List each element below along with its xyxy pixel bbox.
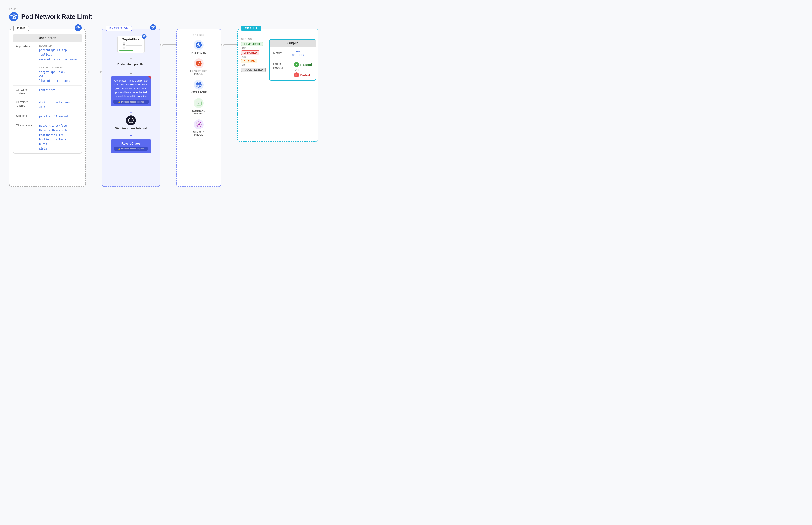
docker-containerd-value: docker , containerd	[39, 101, 70, 104]
srm-probe-icon	[194, 119, 204, 130]
destination-ports-value: Destination Ports	[39, 138, 67, 141]
command-probe-icon: >_	[194, 98, 204, 108]
probes-label: PROBES	[182, 34, 215, 36]
tune-badge: TUNE	[13, 26, 29, 31]
app-details-label: App Details	[16, 44, 36, 48]
svg-point-15	[198, 44, 199, 45]
probe-results-label: Probe Results	[273, 62, 291, 70]
http-probe-label: HTTP PROBE	[191, 91, 207, 94]
chaos-inputs-label: Chaos Inputs	[16, 123, 36, 127]
network-bandwidth-value: Network Bandwidth	[39, 129, 67, 132]
incompleted-badge: INCOMPLETED	[241, 68, 266, 72]
exec-k8s-connector	[150, 24, 156, 31]
crio-value: crio	[39, 105, 46, 109]
or-between-values: OR	[39, 75, 79, 78]
privilege-badge-1: 🔒 Privilege access required	[114, 100, 149, 104]
target-app-label-value: target app label	[39, 71, 65, 74]
check-icon: ✓	[294, 62, 299, 67]
containerd-value: Containerd	[39, 89, 55, 92]
result-badge: RESULT	[241, 26, 261, 31]
user-inputs-header: User Inputs	[13, 34, 81, 42]
svg-point-1	[13, 16, 15, 18]
container-runtime-1-label: Container runtime	[16, 88, 36, 95]
k8s-probe-item: K8S PROBE	[182, 40, 215, 54]
revert-chaos-label: Revert Chaos	[114, 142, 148, 145]
prometheus-probe-item: ⬡ PROMETHEUSPROBE	[182, 59, 215, 75]
metrics-row: Metrics chaos metrics	[270, 47, 316, 59]
svg-point-12	[144, 36, 145, 37]
srm-probe-item: SRM SLOPROBE	[182, 119, 215, 136]
sequence-label: Sequence	[16, 114, 36, 118]
metrics-label: Metrics	[273, 51, 289, 55]
result-section: RESULT STATUS COMPLETED OR ERRORED OR QU…	[237, 29, 318, 141]
prometheus-probe-label: PROMETHEUSPROBE	[190, 70, 207, 75]
svg-point-10	[153, 27, 153, 28]
completed-badge: COMPLETED	[241, 42, 266, 46]
output-box: Output Metrics chaos metrics Probe Resul…	[269, 39, 316, 80]
user-inputs-box: User Inputs App Details REQUIRED percent…	[13, 34, 82, 153]
app-replicas-value: percentage of app replicas	[39, 48, 67, 56]
or-2: OR	[241, 55, 266, 58]
any-one-tag: ANY ONE OF THESE	[39, 66, 79, 69]
exec-to-probes-arrow	[160, 29, 176, 45]
probes-to-result-arrow	[221, 29, 237, 45]
x-icon: ✕	[294, 73, 299, 77]
targeted-pods-box: Targeted Pods	[117, 36, 145, 53]
command-probe-item: >_ COMMANDPROBE	[182, 98, 215, 115]
failed-badge: ✕ Failed	[294, 73, 312, 77]
sequence-value: parallel OR serial	[39, 115, 69, 118]
exec-blue-box: Generates Traffic Control (tc) rules wit…	[111, 76, 151, 106]
metrics-value: chaos metrics	[292, 50, 312, 57]
k8s-probe-icon	[194, 40, 204, 50]
svg-text:⬡: ⬡	[197, 61, 200, 65]
probes-section: PROBES K8S PROBE ⬡ PROMETHEUSPROBE	[176, 29, 221, 187]
tune-section: TUNE User Inputs App Details REQUIRED pe…	[9, 29, 86, 187]
network-interface-value: Network Interface	[39, 124, 67, 127]
exec-blue-box-text: Generates Traffic Control (tc) rules wit…	[114, 79, 149, 98]
tune-to-exec-arrow	[86, 29, 102, 72]
pods-k8s-icon	[141, 34, 147, 39]
probe-results-row: Probe Results ✓ Passed OR ✕ Failed	[270, 59, 316, 80]
queued-badge: QUEUED	[241, 59, 266, 63]
destination-ips-value: Destination IPs	[39, 133, 63, 137]
or-1: OR	[241, 47, 266, 49]
output-header: Output	[270, 40, 316, 47]
wait-label: Wait for chaos interval	[115, 127, 147, 130]
http-probe-icon	[194, 80, 204, 90]
container-runtime-2-label: Container runtime	[16, 100, 36, 108]
kubernetes-icon	[9, 12, 18, 21]
execution-badge: EXECUTION	[106, 26, 132, 31]
container-runtime-2-row: Container runtime docker , containerd cr…	[13, 98, 81, 112]
targeted-pods-title: Targeted Pods	[119, 38, 142, 41]
target-container-value: name of target container	[39, 58, 78, 61]
or-3: OR	[241, 64, 266, 66]
fault-label: Fault	[9, 7, 803, 11]
execution-section: EXECUTION Targeted Pods	[102, 29, 160, 187]
svg-point-8	[77, 27, 79, 28]
page-title: Pod Network Rate Limit	[21, 13, 92, 20]
required-tag: REQUIRED	[39, 44, 79, 47]
svg-text:>_: >_	[197, 102, 200, 105]
clock-icon	[126, 115, 136, 125]
limit-value: Limit	[39, 147, 47, 150]
errored-badge: ERRORED	[241, 50, 266, 55]
srm-probe-label: SRM SLOPROBE	[193, 131, 204, 136]
revert-chaos-box: Revert Chaos 🔒 Privilege access required	[111, 139, 151, 153]
http-probe-item: HTTP PROBE	[182, 80, 215, 94]
passed-badge: ✓ Passed	[294, 62, 312, 67]
app-details-row: App Details REQUIRED percentage of app r…	[13, 42, 81, 64]
command-probe-label: COMMANDPROBE	[192, 109, 205, 115]
derive-label: Derive final pod list	[117, 63, 145, 66]
chaos-inputs-row: Chaos Inputs Network Interface Network B…	[13, 121, 81, 153]
tune-k8s-connector	[75, 24, 82, 32]
status-label: STATUS	[241, 37, 266, 40]
sequence-row: Sequence parallel OR serial	[13, 111, 81, 121]
any-one-row: ANY ONE OF THESE target app label OR lis…	[13, 64, 81, 85]
list-target-pods-value: list of target pods	[39, 79, 70, 82]
burst-value: Burst	[39, 142, 47, 146]
privilege-badge-2: 🔒 Privilege access required	[114, 147, 148, 151]
k8s-probe-label: K8S PROBE	[192, 51, 206, 54]
probe-or-label: OR	[294, 69, 312, 71]
prometheus-probe-icon: ⬡	[194, 59, 204, 69]
container-runtime-1-row: Container runtime Containerd	[13, 85, 81, 98]
